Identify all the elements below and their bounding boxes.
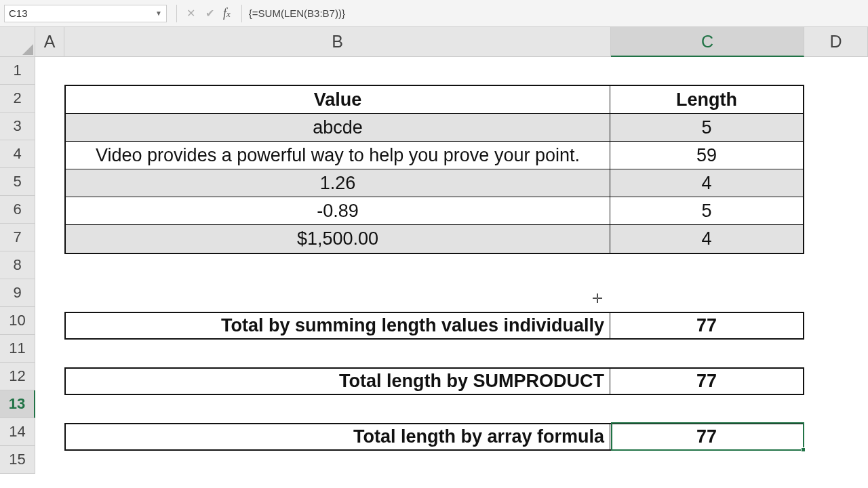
cell-cursor-icon — [593, 293, 602, 306]
row-header-10[interactable]: 10 — [0, 307, 35, 335]
row-header-4[interactable]: 4 — [0, 140, 35, 168]
total-value[interactable]: 77 — [610, 424, 803, 449]
cell-length[interactable]: 4 — [610, 225, 803, 253]
col-header-value: Value — [66, 86, 610, 114]
cell-length[interactable]: 4 — [610, 169, 803, 197]
chevron-down-icon[interactable]: ▼ — [155, 9, 162, 17]
name-box[interactable]: C13 ▼ — [4, 5, 167, 22]
formula-input[interactable]: {=SUM(LEN(B3:B7))} — [246, 7, 868, 19]
row-header-6[interactable]: 6 — [0, 196, 35, 224]
enter-icon[interactable]: ✔ — [201, 5, 218, 22]
col-header-length: Length — [610, 86, 803, 114]
cell-value[interactable]: 1.26 — [66, 169, 610, 197]
total-row: Total length by array formula 77 — [64, 423, 804, 451]
fx-icon[interactable]: fx — [223, 6, 231, 20]
formula-bar: C13 ▼ ✕ ✔ fx {=SUM(LEN(B3:B7))} — [0, 0, 868, 27]
total-row: Total by summing length values individua… — [64, 312, 804, 340]
column-headers: ABCD — [35, 27, 868, 57]
cell-value[interactable]: -0.89 — [66, 197, 610, 225]
row-header-13[interactable]: 13 — [0, 390, 35, 418]
row-header-14[interactable]: 14 — [0, 418, 35, 446]
row-header-1[interactable]: 1 — [0, 57, 35, 85]
cell-length[interactable]: 5 — [610, 197, 803, 225]
cell-length[interactable]: 5 — [610, 114, 803, 142]
separator — [176, 5, 177, 22]
row-headers: 123456789101112131415 — [0, 57, 35, 474]
row-header-3[interactable]: 3 — [0, 113, 35, 140]
total-value[interactable]: 77 — [610, 313, 803, 338]
row-header-9[interactable]: 9 — [0, 279, 35, 307]
row-header-12[interactable]: 12 — [0, 363, 35, 390]
total-row: Total length by SUMPRODUCT 77 — [64, 367, 804, 395]
total-label[interactable]: Total length by SUMPRODUCT — [66, 369, 610, 394]
cell-value[interactable]: $1,500.00 — [66, 225, 610, 253]
data-table: Value Length abcde 5 Video provides a po… — [64, 85, 804, 254]
row-header-7[interactable]: 7 — [0, 224, 35, 251]
total-label[interactable]: Total by summing length values individua… — [66, 313, 610, 338]
svg-marker-0 — [22, 44, 33, 55]
spreadsheet-grid: ABCD 123456789101112131415 Value Length … — [0, 27, 868, 488]
row-header-2[interactable]: 2 — [0, 85, 35, 113]
cell-length[interactable]: 59 — [610, 142, 803, 169]
total-value[interactable]: 77 — [610, 369, 803, 394]
column-header-B[interactable]: B — [64, 27, 611, 57]
column-header-D[interactable]: D — [804, 27, 868, 57]
row-header-5[interactable]: 5 — [0, 168, 35, 196]
select-all-corner[interactable] — [0, 27, 35, 57]
cell-value[interactable]: abcde — [66, 114, 610, 142]
cells-area[interactable]: Value Length abcde 5 Video provides a po… — [35, 57, 868, 488]
row-header-8[interactable]: 8 — [0, 251, 35, 279]
row-header-11[interactable]: 11 — [0, 335, 35, 363]
total-label[interactable]: Total length by array formula — [66, 424, 610, 449]
name-box-value: C13 — [9, 7, 28, 19]
cell-value[interactable]: Video provides a powerful way to help yo… — [66, 142, 610, 169]
cancel-icon[interactable]: ✕ — [182, 5, 199, 22]
column-header-A[interactable]: A — [35, 27, 64, 57]
column-header-C[interactable]: C — [611, 27, 804, 57]
row-header-15[interactable]: 15 — [0, 446, 35, 474]
separator — [241, 5, 242, 22]
